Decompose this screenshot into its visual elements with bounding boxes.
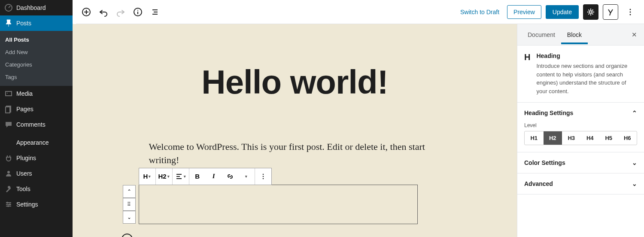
caret-down-icon: ▾ bbox=[245, 174, 247, 179]
sidebar-item-pages[interactable]: Pages bbox=[0, 101, 73, 117]
dashboard-icon bbox=[4, 3, 13, 12]
svg-point-14 bbox=[630, 11, 631, 12]
post-title[interactable]: Hello world! bbox=[145, 63, 445, 102]
sidebar-sub-categories[interactable]: Categories bbox=[0, 58, 73, 71]
pin-icon bbox=[4, 19, 13, 27]
link-button[interactable] bbox=[222, 168, 238, 185]
outline-button[interactable] bbox=[147, 4, 163, 20]
close-panel-button[interactable]: ✕ bbox=[629, 28, 640, 41]
svg-rect-4 bbox=[6, 107, 10, 113]
main-area: Switch to Draft Preview Update Hello wor… bbox=[73, 0, 644, 237]
tab-block[interactable]: Block bbox=[561, 25, 588, 44]
settings-tabs: Document Block ✕ bbox=[517, 24, 644, 46]
caret-down-icon: ▾ bbox=[167, 174, 170, 179]
svg-point-15 bbox=[630, 14, 631, 15]
block-type-heading-button[interactable]: H▾ bbox=[139, 168, 155, 185]
move-up-button[interactable]: ⌃ bbox=[123, 185, 136, 198]
sidebar-item-label: Posts bbox=[16, 20, 31, 27]
sidebar-item-tools[interactable]: Tools bbox=[0, 181, 73, 197]
more-format-button[interactable]: ▾ bbox=[238, 168, 255, 185]
heading-icon: H bbox=[524, 52, 530, 95]
svg-point-6 bbox=[6, 202, 8, 204]
chevron-up-icon: ⌃ bbox=[632, 109, 637, 116]
color-settings-section: Color Settings ⌄ bbox=[517, 152, 644, 173]
block-description: Introduce new sections and organize cont… bbox=[536, 62, 637, 95]
more-menu-button[interactable] bbox=[623, 4, 638, 20]
align-button[interactable]: ▾ bbox=[173, 168, 189, 185]
level-h2[interactable]: H2 bbox=[544, 131, 562, 145]
switch-to-draft-button[interactable]: Switch to Draft bbox=[457, 6, 503, 18]
info-button[interactable] bbox=[130, 4, 146, 20]
heading-block-input[interactable]: ⌃ ⠿ ⌄ bbox=[139, 185, 418, 224]
undo-button[interactable] bbox=[96, 4, 111, 20]
bold-button[interactable]: B bbox=[189, 168, 206, 185]
block-info-section: H Heading Introduce new sections and org… bbox=[517, 46, 644, 103]
sidebar-item-label: Media bbox=[16, 90, 33, 97]
sidebar-item-comments[interactable]: Comments bbox=[0, 117, 73, 132]
add-block-button[interactable] bbox=[79, 4, 94, 20]
preview-button[interactable]: Preview bbox=[507, 5, 541, 19]
sidebar-sub-add-new[interactable]: Add New bbox=[0, 46, 73, 58]
comments-icon bbox=[4, 120, 13, 129]
admin-sidebar: Dashboard Posts All Posts Add New Catego… bbox=[0, 0, 73, 237]
sidebar-item-label: Users bbox=[16, 170, 32, 177]
svg-point-16 bbox=[262, 173, 264, 175]
sidebar-item-label: Dashboard bbox=[16, 4, 46, 11]
post-body-paragraph[interactable]: Welcome to WordPress. This is your first… bbox=[145, 140, 445, 167]
sidebar-item-media[interactable]: Media bbox=[0, 86, 73, 101]
sidebar-item-appearance[interactable]: Appearance bbox=[0, 135, 73, 150]
move-down-button[interactable]: ⌄ bbox=[123, 211, 136, 224]
sidebar-sub-all-posts[interactable]: All Posts bbox=[0, 33, 73, 46]
level-h5[interactable]: H5 bbox=[599, 131, 618, 145]
italic-button[interactable]: I bbox=[206, 168, 222, 185]
block-title: Heading bbox=[536, 52, 637, 59]
svg-rect-1 bbox=[6, 91, 12, 96]
block-more-button[interactable] bbox=[255, 168, 271, 185]
svg-point-2 bbox=[7, 93, 8, 94]
drag-handle[interactable]: ⠿ bbox=[123, 198, 136, 211]
svg-point-17 bbox=[262, 176, 264, 177]
color-settings-toggle[interactable]: Color Settings ⌄ bbox=[524, 159, 637, 166]
yoast-button[interactable] bbox=[603, 4, 618, 20]
caret-down-icon: ▾ bbox=[149, 174, 151, 179]
level-h3[interactable]: H3 bbox=[562, 131, 581, 145]
sidebar-item-dashboard[interactable]: Dashboard bbox=[0, 0, 73, 15]
sidebar-item-settings[interactable]: Settings bbox=[0, 197, 73, 212]
advanced-section: Advanced ⌄ bbox=[517, 173, 644, 194]
tab-document[interactable]: Document bbox=[522, 25, 561, 44]
svg-point-11 bbox=[137, 10, 138, 11]
add-block-below-button[interactable]: + bbox=[122, 234, 133, 237]
svg-point-5 bbox=[7, 171, 10, 173]
sidebar-item-label: Plugins bbox=[16, 155, 36, 161]
sidebar-item-users[interactable]: Users bbox=[0, 166, 73, 181]
level-h6[interactable]: H6 bbox=[618, 131, 637, 145]
editor-canvas[interactable]: Hello world! Welcome to WordPress. This … bbox=[73, 24, 517, 237]
settings-gear-button[interactable] bbox=[583, 4, 598, 20]
sidebar-item-plugins[interactable]: Plugins bbox=[0, 150, 73, 166]
plug-icon bbox=[4, 154, 13, 162]
heading-settings-toggle[interactable]: Heading Settings ⌃ bbox=[524, 109, 637, 116]
sidebar-sub-tags[interactable]: Tags bbox=[0, 71, 73, 83]
media-icon bbox=[4, 89, 13, 98]
svg-point-7 bbox=[9, 204, 11, 205]
svg-point-12 bbox=[589, 11, 592, 13]
redo-button[interactable] bbox=[113, 4, 128, 20]
sidebar-item-label: Pages bbox=[16, 106, 33, 112]
pages-icon bbox=[4, 105, 13, 113]
heading-level-selector: H1 H2 H3 H4 H5 H6 bbox=[524, 131, 637, 145]
sidebar-submenu-posts: All Posts Add New Categories Tags bbox=[0, 31, 73, 86]
heading-level-button[interactable]: H2▾ bbox=[156, 168, 172, 185]
advanced-toggle[interactable]: Advanced ⌄ bbox=[524, 180, 637, 187]
level-h4[interactable]: H4 bbox=[581, 131, 600, 145]
sidebar-item-label: Appearance bbox=[16, 139, 49, 146]
brush-icon bbox=[4, 138, 13, 147]
sidebar-item-label: Settings bbox=[16, 201, 38, 208]
block-toolbar: H▾ H2▾ ▾ B I ▾ bbox=[139, 168, 272, 185]
level-h1[interactable]: H1 bbox=[525, 131, 544, 145]
svg-point-18 bbox=[262, 178, 264, 179]
sliders-icon bbox=[4, 200, 13, 209]
level-label: Level bbox=[524, 122, 637, 128]
sidebar-item-posts[interactable]: Posts bbox=[0, 15, 73, 31]
update-button[interactable]: Update bbox=[546, 5, 579, 19]
settings-panel: Document Block ✕ H Heading Introduce new… bbox=[517, 24, 644, 237]
